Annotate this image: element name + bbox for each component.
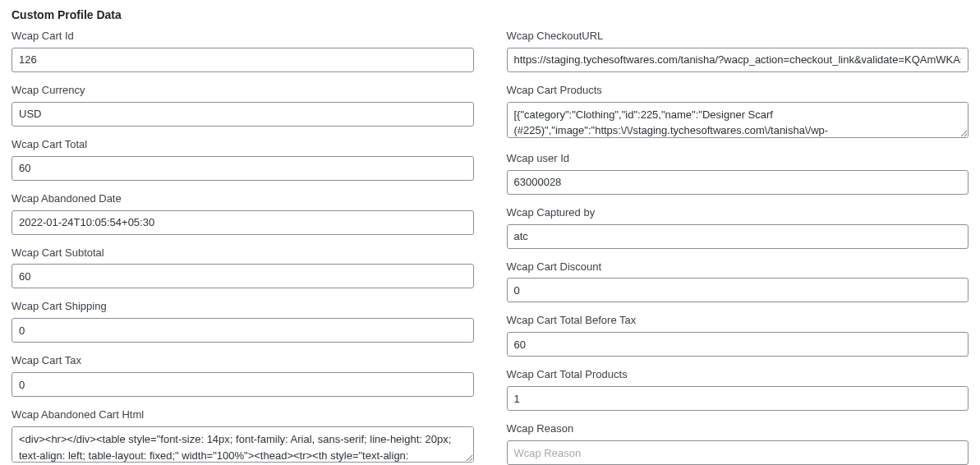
field-abandoned-html: Wcap Abandoned Cart Html [12, 408, 474, 465]
left-column: Wcap Cart Id Wcap Currency Wcap Cart Tot… [12, 30, 474, 465]
textarea-cart-products[interactable] [507, 102, 969, 138]
label-user-id: Wcap user Id [507, 152, 969, 166]
label-cart-tax: Wcap Cart Tax [12, 354, 474, 368]
input-cart-subtotal[interactable] [12, 264, 474, 288]
label-cart-id: Wcap Cart Id [12, 30, 474, 44]
field-captured-by: Wcap Captured by [507, 206, 969, 249]
label-total-products: Wcap Cart Total Products [507, 368, 969, 382]
label-currency: Wcap Currency [12, 84, 474, 98]
field-abandoned-date: Wcap Abandoned Date [12, 192, 474, 235]
input-currency[interactable] [12, 102, 474, 127]
field-reason: Wcap Reason [507, 422, 969, 465]
label-captured-by: Wcap Captured by [507, 206, 969, 220]
form-columns: Wcap Cart Id Wcap Currency Wcap Cart Tot… [12, 30, 968, 465]
field-currency: Wcap Currency [12, 84, 474, 127]
field-total-before-tax: Wcap Cart Total Before Tax [507, 314, 969, 357]
field-cart-discount: Wcap Cart Discount [507, 260, 969, 303]
label-cart-shipping: Wcap Cart Shipping [12, 300, 474, 314]
input-reason[interactable] [507, 440, 969, 465]
field-cart-shipping: Wcap Cart Shipping [12, 300, 474, 343]
field-cart-tax: Wcap Cart Tax [12, 354, 474, 397]
input-total-before-tax[interactable] [507, 332, 969, 357]
label-abandoned-date: Wcap Abandoned Date [12, 192, 474, 206]
field-cart-products: Wcap Cart Products [507, 84, 969, 140]
label-total-before-tax: Wcap Cart Total Before Tax [507, 314, 969, 328]
input-cart-tax[interactable] [12, 372, 474, 397]
input-captured-by[interactable] [507, 224, 969, 249]
input-cart-id[interactable] [12, 48, 474, 72]
input-total-products[interactable] [507, 386, 969, 411]
label-reason: Wcap Reason [507, 422, 969, 436]
input-cart-total[interactable] [12, 156, 474, 181]
label-abandoned-html: Wcap Abandoned Cart Html [12, 408, 474, 422]
input-cart-discount[interactable] [507, 278, 969, 302]
label-cart-total: Wcap Cart Total [12, 138, 474, 152]
input-abandoned-date[interactable] [12, 210, 474, 235]
right-column: Wcap CheckoutURL Wcap Cart Products Wcap… [507, 30, 969, 465]
field-cart-subtotal: Wcap Cart Subtotal [12, 246, 474, 289]
input-checkout-url[interactable] [507, 48, 969, 72]
input-cart-shipping[interactable] [12, 318, 474, 343]
input-user-id[interactable] [507, 170, 969, 195]
field-total-products: Wcap Cart Total Products [507, 368, 969, 411]
label-checkout-url: Wcap CheckoutURL [507, 30, 969, 44]
field-cart-id: Wcap Cart Id [12, 30, 474, 72]
field-checkout-url: Wcap CheckoutURL [507, 30, 969, 72]
textarea-abandoned-html[interactable] [12, 426, 474, 463]
section-title: Custom Profile Data [12, 8, 968, 21]
field-user-id: Wcap user Id [507, 152, 969, 195]
label-cart-products: Wcap Cart Products [507, 84, 969, 98]
field-cart-total: Wcap Cart Total [12, 138, 474, 181]
label-cart-discount: Wcap Cart Discount [507, 260, 969, 274]
label-cart-subtotal: Wcap Cart Subtotal [12, 246, 474, 260]
